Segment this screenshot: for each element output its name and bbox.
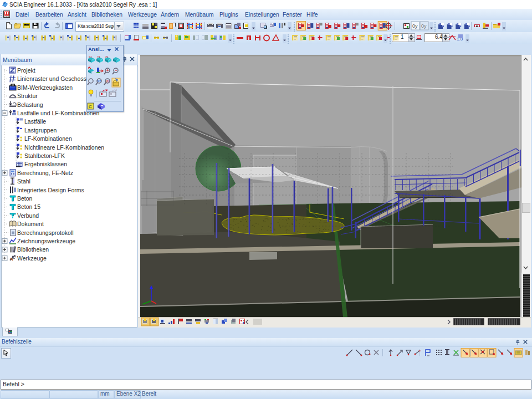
svg-text:X1: X1	[89, 55, 92, 59]
svg-text:Z1: Z1	[105, 55, 109, 59]
svg-text:C: C	[89, 104, 92, 109]
svg-text:R: R	[106, 80, 109, 83]
svg-text:Y1: Y1	[97, 55, 100, 59]
